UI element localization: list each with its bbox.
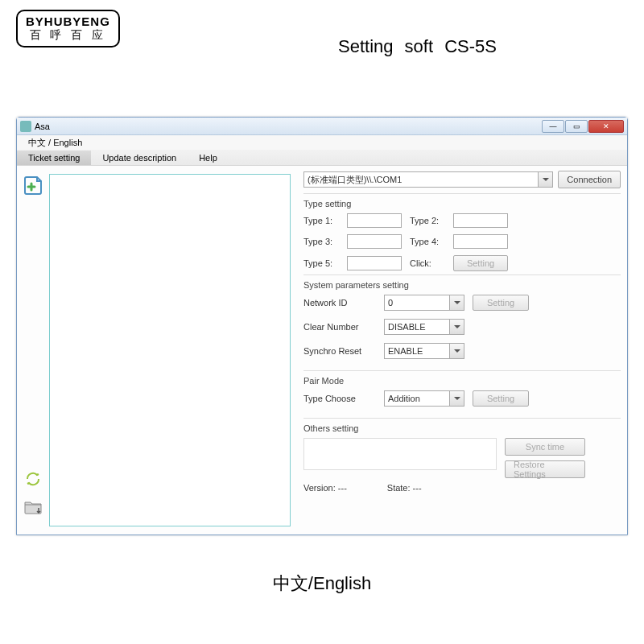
content-area: (标准端口类型)\\.\COM1 Connection Type setting… bbox=[17, 166, 627, 535]
menu-update-description[interactable]: Update description bbox=[91, 151, 188, 165]
chevron-down-icon bbox=[449, 320, 464, 334]
restore-settings-button[interactable]: Restore Settings bbox=[505, 460, 585, 478]
chevron-down-icon bbox=[449, 391, 464, 406]
type4-input[interactable] bbox=[453, 234, 508, 249]
network-id-select[interactable]: 0 bbox=[384, 295, 464, 311]
left-toolbar bbox=[17, 166, 49, 535]
pair-setting-button[interactable]: Setting bbox=[473, 390, 529, 407]
version-text: Version: --- bbox=[303, 483, 347, 493]
others-title: Others setting bbox=[303, 423, 621, 433]
type-setting-group: Type setting Type 1: Type 2: Type 3: Typ… bbox=[303, 193, 621, 275]
system-params-title: System parameters setting bbox=[303, 280, 621, 290]
pair-mode-title: Pair Mode bbox=[303, 376, 621, 386]
brand-logo: BYHUBYENG 百 呼 百 应 bbox=[16, 10, 120, 47]
window-title: Asa bbox=[35, 122, 50, 131]
footer-language: 中文/English bbox=[0, 572, 644, 596]
chevron-down-icon bbox=[538, 172, 552, 187]
type1-input[interactable] bbox=[347, 213, 402, 228]
logo-cn: 百 呼 百 应 bbox=[26, 28, 110, 43]
canvas-area bbox=[49, 174, 291, 526]
settings-panel: (标准端口类型)\\.\COM1 Connection Type setting… bbox=[291, 166, 627, 535]
pair-mode-group: Pair Mode Type Choose Addition Setting bbox=[303, 370, 621, 418]
others-group: Others setting Sync time Restore Setting… bbox=[303, 418, 621, 496]
click-label: Click: bbox=[410, 258, 445, 268]
clear-number-label: Clear Number bbox=[303, 322, 376, 332]
add-icon[interactable] bbox=[23, 175, 43, 196]
language-bar[interactable]: 中文 / English bbox=[17, 135, 627, 150]
menu-ticket-setting[interactable]: Ticket setting bbox=[17, 151, 91, 165]
port-select[interactable]: (标准端口类型)\\.\COM1 bbox=[303, 171, 553, 188]
chevron-down-icon bbox=[449, 344, 464, 358]
app-window: Asa — ▭ ✕ 中文 / English Ticket setting Up… bbox=[16, 117, 628, 535]
synchro-reset-select[interactable]: ENABLE bbox=[384, 343, 464, 359]
type2-input[interactable] bbox=[453, 213, 508, 228]
app-icon bbox=[20, 121, 31, 132]
folder-icon[interactable] bbox=[23, 499, 43, 518]
minimize-button[interactable]: — bbox=[542, 120, 564, 133]
network-setting-button[interactable]: Setting bbox=[473, 295, 529, 311]
type-choose-select[interactable]: Addition bbox=[384, 390, 464, 407]
window-controls: — ▭ ✕ bbox=[541, 120, 624, 133]
type-setting-title: Type setting bbox=[303, 199, 621, 208]
type3-label: Type 3: bbox=[303, 237, 339, 246]
sync-time-button[interactable]: Sync time bbox=[505, 438, 585, 456]
logo-en: BYHUBYENG bbox=[26, 14, 110, 28]
network-id-label: Network ID bbox=[303, 298, 376, 308]
state-text: State: --- bbox=[387, 483, 422, 493]
menubar: Ticket setting Update description Help bbox=[17, 150, 627, 166]
system-params-group: System parameters setting Network ID 0 S… bbox=[303, 275, 621, 370]
type4-label: Type 4: bbox=[410, 237, 445, 246]
refresh-icon[interactable] bbox=[24, 470, 42, 491]
clear-number-select[interactable]: DISABLE bbox=[384, 319, 464, 335]
type5-input[interactable] bbox=[347, 256, 402, 270]
chevron-down-icon bbox=[449, 295, 464, 310]
others-box bbox=[303, 438, 497, 470]
type2-label: Type 2: bbox=[410, 216, 445, 225]
type5-label: Type 5: bbox=[303, 258, 339, 268]
menu-help[interactable]: Help bbox=[188, 151, 229, 165]
type3-input[interactable] bbox=[347, 234, 402, 249]
synchro-reset-label: Synchro Reset bbox=[303, 346, 376, 356]
close-button[interactable]: ✕ bbox=[588, 120, 624, 133]
type-setting-button[interactable]: Setting bbox=[453, 255, 508, 271]
page-heading: Setting soft CS-5S bbox=[338, 36, 497, 57]
titlebar: Asa — ▭ ✕ bbox=[17, 118, 627, 135]
port-value: (标准端口类型)\\.\COM1 bbox=[308, 174, 402, 186]
connection-button[interactable]: Connection bbox=[558, 171, 621, 188]
type1-label: Type 1: bbox=[303, 216, 339, 225]
maximize-button[interactable]: ▭ bbox=[565, 120, 588, 133]
type-choose-label: Type Choose bbox=[303, 394, 376, 403]
